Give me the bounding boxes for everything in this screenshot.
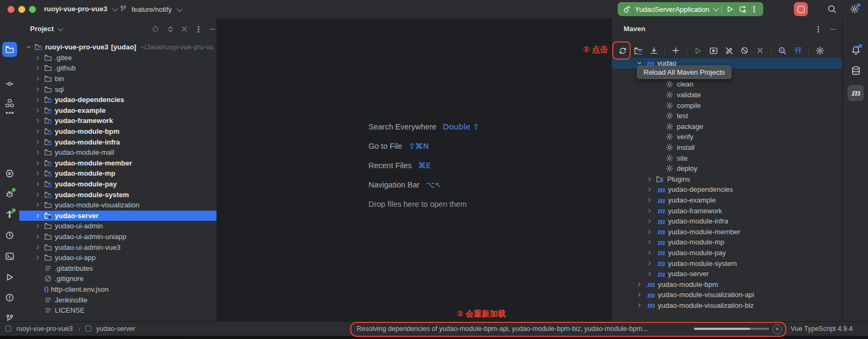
maven-module-item[interactable]: myudao-module-visualization-biz [612,300,843,311]
terminal-tool-button terminal-icon[interactable] [5,251,15,261]
macos-minimize-button[interactable] [18,6,25,13]
coverage-tool-button clock-icon[interactable] [5,230,15,240]
stop-button[interactable] [794,2,808,16]
maven-goal-item[interactable]: deploy [612,163,843,174]
tree-item[interactable]: yudao-example [19,105,216,116]
maven-goal-item[interactable]: compile [612,100,843,111]
maven-plugins-item[interactable]: Plugins [612,174,843,185]
maven-module-item[interactable]: myudao-example [612,195,843,206]
tree-item[interactable]: .gitignore [19,273,216,284]
maven-tool-button[interactable]: m [848,85,864,101]
run-maven-build-button play-icon[interactable] [691,44,704,57]
tree-item[interactable]: .gitee [19,53,216,63]
maven-module-item[interactable]: myudao-module-pay [612,248,843,258]
run-button[interactable] [726,5,734,13]
tree-item[interactable]: yudao-module-visualization [19,200,216,211]
macos-close-button[interactable] [8,6,15,13]
tree-item[interactable]: yudao-ui-admin-vue3 [19,242,216,253]
select-opened-file-icon[interactable] [151,25,160,33]
hide-panel-icon[interactable] [208,25,216,33]
tree-item[interactable]: yudao-module-bpm [19,126,216,137]
tree-item[interactable]: yudao-module-member [19,158,216,169]
services-tool-button services-icon[interactable] [5,169,15,178]
chevron-right-icon [34,170,41,177]
maven-module-item[interactable]: myudao-server [612,269,843,279]
maven-goal-item[interactable]: package [612,121,843,132]
tree-item[interactable]: yudao-ui-admin [19,221,216,232]
typescript-version-widget[interactable]: Vue TypeScript 4.9.4 [791,325,852,333]
panel-options-icon[interactable] [814,25,822,33]
maven-goal-item[interactable]: install [612,142,843,153]
run-configuration-widget[interactable]: YudaoServerApplication [618,2,763,16]
offline-mode-button slashed-circle-icon[interactable] [738,44,751,57]
maven-module-item[interactable]: myudao-framework [612,205,843,216]
rerun-with-services-button[interactable] [738,5,747,13]
tree-item[interactable]: yudao-ui-admin-uniapp [19,232,216,242]
maven-goal-item[interactable]: clean [612,79,843,90]
tree-item[interactable]: yudao-module-mp [19,168,216,179]
add-maven-project-button plus-icon[interactable] [669,44,682,57]
tree-item-root[interactable]: ruoyi-vue-pro-vue3 [yudao] ~/Java/ruoyi-… [19,42,216,53]
hide-panel-icon[interactable] [829,25,837,33]
maven-goal-item[interactable]: test [612,111,843,121]
generate-sources-button folder-sync-icon[interactable] [632,44,645,57]
maven-goal-item[interactable]: validate [612,90,843,100]
chevron-right-icon [646,270,653,277]
expand-all-icon[interactable] [167,25,175,33]
tree-item[interactable]: bin [19,74,216,84]
tree-item-selected[interactable]: yudao-server [19,211,216,221]
maven-module-item[interactable]: myudao-module-bpm [612,279,843,290]
vcs-branch-widget[interactable]: feature/notify [119,5,181,13]
settings-button[interactable] [850,4,859,14]
commit-tool-button commit-icon[interactable] [5,80,15,89]
close-button close-icon[interactable] [754,44,766,57]
tree-item[interactable]: yudao-dependencies [19,95,216,105]
execute-maven-goal-button box-play-icon[interactable] [707,44,720,57]
skip-tests-button slashed-pencil-icon[interactable] [722,44,735,57]
analyze-dependencies-button magnifier-bars-icon[interactable] [776,44,789,57]
search-everywhere-icon[interactable] [827,4,837,14]
tree-item[interactable]: yudao-module-system [19,189,216,200]
more-run-options-button[interactable] [750,5,758,13]
dependency-importance-button blue-arrows-icon[interactable] [791,44,804,57]
tree-item[interactable]: yudao-framework [19,116,216,126]
problems-tool-button warning-icon[interactable] [5,293,15,302]
tree-item[interactable]: sql [19,84,216,95]
chevron-right-icon [34,212,41,219]
collapse-all-icon[interactable] [180,25,188,33]
project-panel-title[interactable]: Project [30,25,62,33]
tree-item[interactable]: LICENSE [19,305,216,316]
maven-module-item[interactable]: myudao-module-member [612,227,843,237]
maven-module-item[interactable]: myudao-dependencies [612,184,843,195]
status-breadcrumb[interactable]: ruoyi-vue-pro-vue3 › yudao-server [5,325,135,333]
tree-item[interactable]: .github [19,63,216,74]
more-tools-button more-icon[interactable] [5,109,15,118]
tree-item[interactable]: { }http-client.env.json [19,284,216,295]
tree-item[interactable]: Jenkinsfile [19,294,216,305]
macos-zoom-button[interactable] [29,6,36,13]
maven-goal-item[interactable]: verify [612,132,843,142]
maven-module-item[interactable]: myudao-module-visualization-api [612,290,843,300]
notifications-button[interactable] [851,45,861,55]
maven-module-item[interactable]: myudao-module-infra [612,216,843,227]
settings-notification-dot [857,3,860,7]
tree-item[interactable]: yudao-module-infra [19,136,216,147]
maven-module-item[interactable]: myudao-module-system [612,258,843,269]
tree-item[interactable]: yudao-ui-app [19,253,216,263]
tree-item[interactable]: .gitattributes [19,263,216,273]
module-folder-icon [44,191,52,199]
profiler-tool-button[interactable] [5,210,15,219]
structure-tool-button structure-icon[interactable] [5,99,15,108]
maven-goal-item[interactable]: site [612,153,843,163]
tree-item[interactable]: yudao-module-mall [19,147,216,158]
database-tool-button database-icon[interactable] [851,66,861,76]
download-sources-button download-icon[interactable] [647,44,660,57]
maven-module-item[interactable]: myudao-module-mp [612,237,843,248]
tree-item[interactable]: yudao-module-pay [19,179,216,190]
panel-options-icon[interactable] [194,25,202,33]
maven-settings-button gear-icon[interactable] [813,44,826,57]
run-tool-button play-icon[interactable] [5,272,15,282]
debug-tool-button[interactable] [5,189,15,199]
project-tool-button folder-icon[interactable] [5,45,15,54]
project-switcher[interactable]: ruoyi-vue-pro-vue3 [44,5,117,13]
